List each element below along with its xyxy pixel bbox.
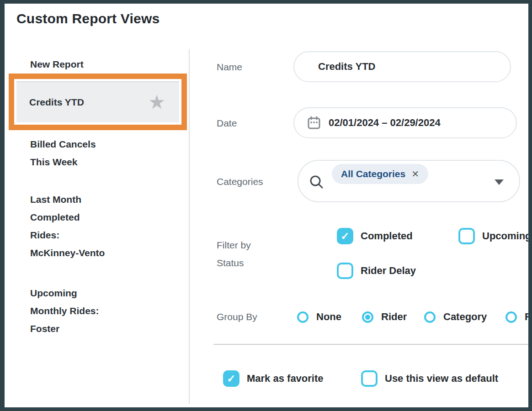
sidebar-item-upcoming-monthly[interactable]: Upcoming Monthly Rides: Foster xyxy=(30,284,144,337)
sidebar-item-billed-cancels[interactable]: Billed Cancels This Week xyxy=(30,135,144,171)
star-icon[interactable] xyxy=(148,93,165,112)
sidebar-item-last-month-completed[interactable]: Last Month Completed Rides: McKinney-Ven… xyxy=(30,190,144,262)
all-categories-chip[interactable]: All Categories xyxy=(332,164,428,184)
checkbox-completed[interactable] xyxy=(337,228,353,244)
group-by-label: Group By xyxy=(217,308,257,326)
checkbox-mark-as-favorite-label[interactable]: Mark as favorite xyxy=(247,373,324,385)
page-title: Custom Report Views xyxy=(16,11,160,26)
radio-rider[interactable] xyxy=(362,311,373,323)
section-divider xyxy=(213,344,532,345)
checkbox-upcoming-label[interactable]: Upcoming xyxy=(482,230,532,242)
radio-none-label[interactable]: None xyxy=(316,311,341,323)
calendar-icon xyxy=(307,116,321,130)
sidebar-item-label: Credits YTD xyxy=(29,97,84,108)
categories-input[interactable]: All Categories xyxy=(298,160,520,202)
sidebar-item-surface[interactable]: Credits YTD xyxy=(16,81,179,122)
checkbox-completed-label[interactable]: Completed xyxy=(361,230,413,242)
radio-category-label[interactable]: Category xyxy=(443,311,487,323)
chip-label: All Categories xyxy=(341,169,405,179)
radio-none[interactable] xyxy=(297,311,309,323)
name-input[interactable]: Credits YTD xyxy=(293,51,511,82)
date-range-value: 02/01/2024 – 02/29/2024 xyxy=(329,117,441,129)
checkbox-upcoming[interactable] xyxy=(458,228,475,244)
categories-label: Categories xyxy=(217,173,263,190)
sidebar-item-new-report[interactable]: New Report xyxy=(30,58,84,70)
close-icon[interactable] xyxy=(411,169,419,179)
radio-clipped[interactable] xyxy=(505,311,517,323)
caret-down-icon[interactable] xyxy=(495,179,504,185)
radio-category[interactable] xyxy=(424,311,436,323)
sidebar-divider xyxy=(189,49,190,404)
radio-rider-label[interactable]: Rider xyxy=(381,311,407,323)
sidebar-item-credits-ytd-selected[interactable]: Credits YTD xyxy=(9,74,187,130)
custom-report-views-window: Custom Report Views New Report Credits Y… xyxy=(0,0,532,411)
checkbox-use-as-default-label[interactable]: Use this view as default xyxy=(385,373,498,385)
radio-clipped-label[interactable]: R xyxy=(525,311,532,323)
checkbox-rider-delay[interactable] xyxy=(337,263,353,279)
checkbox-mark-as-favorite[interactable] xyxy=(223,370,239,387)
date-range-input[interactable]: 02/01/2024 – 02/29/2024 xyxy=(293,107,517,138)
filter-by-status-label: Filter by Status xyxy=(217,236,251,272)
name-label: Name xyxy=(217,58,242,76)
search-icon xyxy=(309,174,325,192)
checkbox-use-as-default[interactable] xyxy=(361,370,378,387)
name-input-value: Credits YTD xyxy=(318,61,376,73)
checkbox-rider-delay-label[interactable]: Rider Delay xyxy=(361,265,416,277)
date-label: Date xyxy=(217,114,237,132)
